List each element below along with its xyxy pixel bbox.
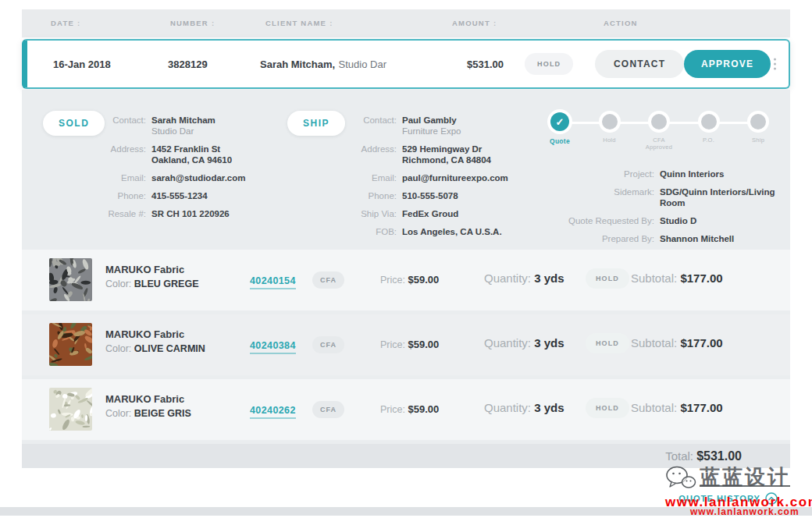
product-name: MARUKO Fabric — [105, 393, 191, 405]
sku-link[interactable]: 40240154 — [250, 275, 296, 289]
product-color: Color: OLIVE CARMIN — [105, 343, 205, 354]
chevron-up-circle-icon — [765, 492, 778, 505]
fabric-swatch-image — [49, 258, 92, 301]
column-header-action: ACTION — [604, 9, 638, 37]
sidemark-label: Sidemark: — [490, 186, 654, 208]
order-total: Total: $531.00 — [665, 449, 742, 463]
order-date: 16-Jan 2018 — [53, 59, 111, 70]
ship-via-label: Ship Via: — [344, 208, 397, 219]
step-cfa-approved[interactable]: ✓ CFA Approved — [636, 112, 682, 151]
cfa-tag[interactable]: CFA — [312, 336, 344, 353]
approve-button[interactable]: APPROVE — [684, 50, 771, 78]
cfa-tag[interactable]: CFA — [312, 401, 344, 418]
wechat-icon — [665, 465, 696, 491]
check-icon: ✓ — [556, 116, 564, 128]
hold-button[interactable]: HOLD — [525, 53, 573, 75]
product-price: Price: $59.00 — [380, 403, 439, 415]
step-circle: ✓ — [651, 114, 667, 130]
client-company: Studio Dar — [339, 59, 386, 70]
sold-resale-value: SR CH 101 220926 — [151, 208, 230, 219]
ship-address-value: 529 Hemingway DrRichmond, CA 84804 — [402, 144, 491, 165]
sold-info: Contact: Sarah MitchamStudio Dar Address… — [102, 115, 289, 226]
contact-button[interactable]: CONTACT — [595, 50, 684, 78]
hold-line-button[interactable]: HOLD — [586, 333, 629, 353]
product-subtotal: Subtotal: $177.00 — [631, 271, 723, 285]
ship-fob-label: FOB: — [344, 226, 397, 237]
more-options-icon[interactable] — [770, 56, 779, 73]
sku-link[interactable]: 40240262 — [250, 405, 296, 419]
product-color: Color: BEIGE GRIS — [105, 408, 191, 419]
quote-history-label: QUOTE HISTORY — [678, 494, 760, 503]
sold-phone-value: 415-555-1234 — [151, 190, 208, 201]
product-quantity: Quantity: 3 yds — [484, 401, 564, 414]
sort-icon: : — [212, 19, 215, 27]
sold-tag: SOLD — [43, 111, 105, 136]
sort-icon: : — [77, 19, 80, 27]
quote-approval-screen: DATE: NUMBER: CLIENT NAME: AMOUNT: ACTIO… — [0, 0, 812, 518]
step-circle: ✓ — [750, 114, 766, 130]
product-subtotal: Subtotal: $177.00 — [631, 336, 723, 349]
requested-by-label: Quote Requested By: — [490, 215, 654, 226]
bottom-bar — [0, 507, 812, 516]
ship-fob-value: Los Angeles, CA U.S.A. — [402, 226, 502, 237]
product-price: Price: $59.00 — [380, 274, 439, 286]
quote-history-button[interactable]: QUOTE HISTORY — [678, 492, 778, 505]
order-number: 3828129 — [168, 59, 208, 70]
ship-phone-label: Phone: — [344, 190, 397, 201]
order-client: Sarah Mitcham, Studio Dar — [260, 57, 386, 71]
sold-email-value: sarah@studiodar.com — [151, 172, 246, 183]
step-po[interactable]: ✓ P.O. — [686, 112, 732, 151]
fabric-swatch-image — [49, 323, 92, 366]
order-row-selected[interactable]: 16-Jan 2018 3828129 Sarah Mitcham, Studi… — [22, 39, 790, 89]
sold-email-label: Email: — [102, 172, 146, 183]
product-quantity: Quantity: 3 yds — [484, 271, 564, 285]
sold-contact-label: Contact: — [102, 115, 146, 137]
order-amount: $531.00 — [467, 59, 504, 70]
project-info: Project: Quinn Interiors Sidemark: SDG/Q… — [490, 169, 790, 251]
product-price: Price: $59.00 — [380, 339, 439, 350]
hold-line-button[interactable]: HOLD — [586, 398, 629, 418]
sold-address-label: Address: — [102, 144, 146, 165]
hold-line-button[interactable]: HOLD — [586, 268, 629, 289]
column-header-date[interactable]: DATE: — [51, 9, 80, 37]
prepared-by-label: Prepared By: — [490, 233, 654, 244]
column-header-amount[interactable]: AMOUNT: — [452, 9, 497, 37]
column-header-client[interactable]: CLIENT NAME: — [265, 9, 333, 37]
step-circle: ✓ — [701, 114, 717, 130]
watermark-brand: 蓝蓝设计 — [665, 465, 790, 491]
sold-phone-label: Phone: — [102, 190, 146, 201]
client-name: Sarah Mitcham, — [260, 59, 335, 70]
sold-address-value: 1452 Franklin StOakland, CA 94610 — [151, 144, 232, 165]
sort-icon: : — [493, 19, 497, 27]
project-value: Quinn Interiors — [660, 169, 724, 179]
sku-link[interactable]: 40240384 — [250, 340, 296, 354]
product-row: MARUKO Fabric Color: BLEU GREGE 40240154… — [22, 250, 790, 310]
cfa-tag[interactable]: CFA — [312, 271, 344, 289]
product-row: MARUKO Fabric Color: BEIGE GRIS 40240262… — [22, 379, 790, 440]
requested-by-value: Studio D — [660, 215, 696, 226]
step-hold[interactable]: ✓ Hold — [587, 112, 632, 151]
sold-resale-label: Resale #: — [102, 208, 146, 219]
ship-tag: SHIP — [287, 111, 345, 136]
watermark-brand-text: 蓝蓝设计 — [700, 465, 790, 488]
order-detail-panel: SOLD Contact: Sarah MitchamStudio Dar Ad… — [22, 90, 790, 468]
sort-icon: : — [329, 19, 333, 27]
ship-contact-label: Contact: — [344, 115, 397, 137]
product-name: MARUKO Fabric — [105, 328, 205, 340]
step-quote[interactable]: ✓ Quote — [537, 112, 582, 151]
fabric-swatch-image — [49, 388, 92, 431]
product-row: MARUKO Fabric Color: OLIVE CARMIN 402403… — [22, 314, 790, 375]
column-header-number[interactable]: NUMBER: — [170, 9, 215, 37]
sold-contact-value: Sarah MitchamStudio Dar — [151, 115, 215, 137]
ship-phone-value: 510-555-5078 — [402, 190, 458, 201]
prepared-by-value: Shannon Mitchell — [660, 233, 734, 244]
ship-via-value: FedEx Groud — [402, 208, 458, 219]
sidemark-value: SDG/Quinn Interiors/Living Room — [660, 186, 790, 208]
ship-address-label: Address: — [344, 144, 397, 165]
project-label: Project: — [490, 169, 654, 179]
total-row: Total: $531.00 — [22, 444, 790, 468]
ship-email-label: Email: — [344, 172, 397, 183]
product-subtotal: Subtotal: $177.00 — [631, 401, 723, 414]
table-header: DATE: NUMBER: CLIENT NAME: AMOUNT: ACTIO… — [22, 9, 790, 37]
step-ship[interactable]: ✓ Ship — [735, 112, 781, 151]
